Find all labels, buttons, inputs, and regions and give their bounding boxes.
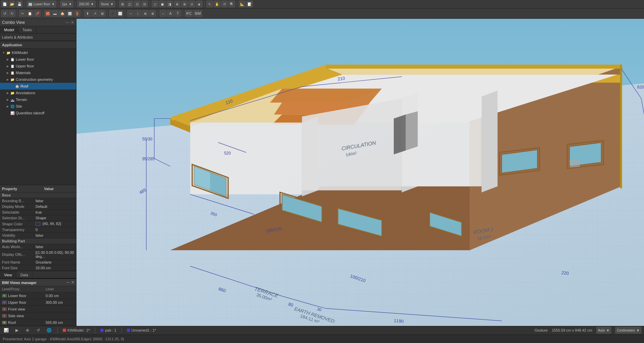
- prop-row-selection-style: Selection St... Shape: [0, 215, 76, 221]
- select-btn[interactable]: ↖: [206, 1, 213, 7]
- ifc-btn[interactable]: IFC: [185, 10, 193, 17]
- prop-row-font-name: Font Name Gnuolane: [0, 260, 76, 265]
- toolbar-row1: 📄 📂 💾 🏢 Lower floor ▼ 1px ▼ 200.00 ▼: [0, 0, 644, 9]
- tree-item-upper-floor[interactable]: ▶ 📋 Upper floor: [0, 63, 76, 69]
- annotate-btn[interactable]: 📝: [246, 1, 253, 7]
- cut-btn[interactable]: ✂: [19, 10, 26, 17]
- window-btn[interactable]: 🪟: [66, 10, 73, 17]
- kwmodel-label: KWModel : 2*: [67, 328, 90, 332]
- label-btn[interactable]: A: [167, 10, 174, 17]
- floor-icon: 🏢: [28, 2, 32, 6]
- tree-view[interactable]: ▼ 📁 KWModel ▶ 📋 Lower floor ▶ 📋 Upper fl…: [0, 49, 76, 185]
- rotate-btn[interactable]: ↺: [221, 1, 228, 7]
- ramp-btn[interactable]: ↗: [92, 10, 98, 17]
- view-btn2[interactable]: ⊡: [134, 1, 141, 7]
- bim-close-btn[interactable]: ✕: [71, 280, 74, 285]
- tree-item-roof[interactable]: 🏠 Roof: [0, 83, 76, 90]
- materials-icon: 📋: [10, 70, 15, 75]
- svg-rect-65: [570, 160, 580, 168]
- zoom-btn[interactable]: 🔍: [228, 1, 235, 7]
- bim-minimize-btn[interactable]: —: [66, 280, 70, 285]
- array-btn[interactable]: ⊗: [149, 10, 156, 17]
- render-btn5[interactable]: ⊗: [181, 1, 188, 7]
- move-btn[interactable]: ↔: [127, 10, 134, 17]
- copy-btn[interactable]: 📋: [26, 10, 33, 17]
- tree-section-header: Application: [0, 41, 76, 49]
- tree-item-kwmodel[interactable]: ▼ 📁 KWModel: [0, 49, 76, 56]
- auto-dropdown[interactable]: Auto ▼: [596, 327, 611, 334]
- bim-btn[interactable]: BIM: [194, 10, 202, 17]
- tab-view[interactable]: View: [0, 271, 16, 279]
- tree-item-terrain[interactable]: ▶ 🗻 Terrain: [0, 96, 76, 103]
- combo-view-title: Combo View: [2, 20, 25, 25]
- tree-item-site[interactable]: ▶ 🌐 Site: [0, 103, 76, 110]
- svg-text:520: 520: [224, 151, 231, 156]
- shape-color-swatch[interactable]: [36, 222, 40, 226]
- bottom-icon-1[interactable]: 📊: [3, 327, 9, 334]
- units-chevron-icon: ▼: [636, 329, 640, 332]
- size-dropdown[interactable]: 200.00 ▼: [77, 1, 96, 7]
- text-btn[interactable]: T: [174, 10, 181, 17]
- stairs-btn[interactable]: ⬆: [84, 10, 91, 17]
- view-btn1[interactable]: ◫: [126, 1, 133, 7]
- units-dropdown[interactable]: Centimeters ▼: [615, 327, 641, 334]
- bim-row-roof[interactable]: ▣ Roof 555.00 cm: [0, 319, 76, 326]
- bim-row-front-view[interactable]: ▣ Front view: [0, 306, 76, 312]
- bim-row-lower-floor[interactable]: ▣ Lower floor 0.00 cm: [0, 292, 76, 299]
- bim-row-side-view[interactable]: ▣ Side view: [0, 312, 76, 319]
- kwmodel-indicator: [63, 329, 66, 332]
- line-width-dropdown[interactable]: 1px ▼: [60, 1, 73, 7]
- rotate2-btn[interactable]: ↕: [135, 10, 141, 17]
- prop-row-visibility: Visibility false: [0, 233, 76, 238]
- measure-btn[interactable]: 📐: [239, 1, 246, 7]
- wall-btn[interactable]: 🧱: [44, 10, 51, 17]
- combo-minimize-btn[interactable]: —: [65, 20, 69, 25]
- slab-btn[interactable]: ▬: [52, 10, 58, 17]
- render-btn4[interactable]: ⊕: [174, 1, 180, 7]
- bottom-icon-3[interactable]: ⊕: [24, 327, 31, 334]
- render-btn7[interactable]: ◈: [196, 1, 203, 7]
- sep1: [24, 1, 25, 7]
- combo-close-btn[interactable]: ✕: [71, 20, 74, 25]
- tree-item-lower-floor[interactable]: ▶ 📋 Lower floor: [0, 56, 76, 63]
- structure-btn[interactable]: ⊞: [99, 10, 106, 17]
- tab-data[interactable]: Data: [16, 271, 33, 279]
- tree-item-construction-geometry[interactable]: ▶ 📁 Construction geometry: [0, 76, 76, 83]
- pan-btn[interactable]: ✋: [214, 1, 220, 7]
- snap-dropdown[interactable]: None ▼: [99, 1, 115, 7]
- fitting-btn[interactable]: ⬜: [117, 10, 123, 17]
- open-btn[interactable]: 📂: [9, 1, 15, 7]
- line-width-value: 1px: [62, 2, 67, 6]
- new-btn[interactable]: 📄: [1, 1, 8, 7]
- floor-dropdown[interactable]: 🏢 Lower floor ▼: [26, 1, 56, 7]
- view-btn3[interactable]: ⊟: [141, 1, 148, 7]
- roof-btn[interactable]: 🏠: [59, 10, 66, 17]
- grid-btn[interactable]: ⊞: [119, 1, 126, 7]
- paste-btn[interactable]: 📌: [34, 10, 41, 17]
- sep3: [75, 1, 75, 7]
- bottom-icon-4[interactable]: ↺: [35, 327, 42, 334]
- bim-row-upper-floor[interactable]: ▣ Upper floor 300.00 cm: [0, 299, 76, 306]
- save-btn[interactable]: 💾: [16, 1, 23, 7]
- redo-btn[interactable]: ↻: [9, 10, 15, 17]
- undo-btn[interactable]: ↺: [1, 10, 8, 17]
- dimension-btn[interactable]: ↔: [160, 10, 166, 17]
- render-btn3[interactable]: ◨: [166, 1, 173, 7]
- tab-tasks[interactable]: Tasks: [18, 26, 36, 34]
- tree-item-materials[interactable]: ▶ 📋 Materials: [0, 69, 76, 76]
- tree-item-quantities-takeoff[interactable]: 📊 Quantities takeoff: [0, 110, 76, 116]
- bottom-icon-2[interactable]: ▶: [13, 327, 20, 334]
- kwmodel-folder-icon: 📁: [6, 50, 11, 55]
- door-btn[interactable]: 🚪: [74, 10, 80, 17]
- bottom-icon-5[interactable]: 🌐: [46, 327, 52, 334]
- svg-text:95/285: 95/285: [142, 157, 155, 161]
- clone-btn[interactable]: ⊕: [142, 10, 149, 17]
- render-btn2[interactable]: ◼: [159, 1, 166, 7]
- upper-floor-icon: 📋: [10, 64, 15, 68]
- tree-item-annotations[interactable]: ▶ 📁 Annotations: [0, 90, 76, 96]
- viewport-3d[interactable]: 485 860 80 30 350 520 CIRCULATION 14/m² …: [76, 19, 644, 326]
- pipe-btn[interactable]: ⬛: [109, 10, 116, 17]
- render-btn1[interactable]: ◻: [152, 1, 158, 7]
- tab-model[interactable]: Model: [0, 26, 18, 34]
- render-btn6[interactable]: ⊙: [189, 1, 195, 7]
